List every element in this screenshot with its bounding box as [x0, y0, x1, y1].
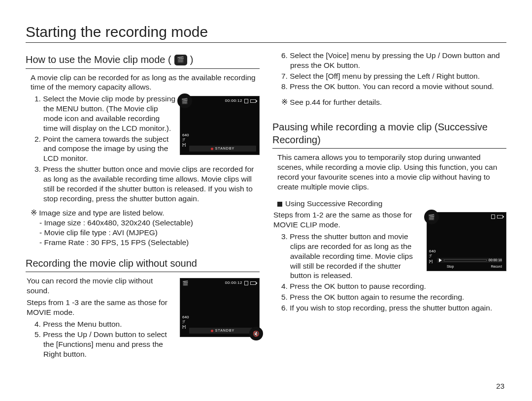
lcd-button-labels: Stop Record — [447, 265, 502, 269]
lcd-screenshot-standby-2: 00:00:12 🎬 640 ℱ [▪] STANDBY 🔇 — [180, 278, 260, 337]
heading-text: How to use the Movie clip mode ( — [26, 54, 171, 66]
battery-icon — [497, 215, 503, 218]
pause-step-4: 4. Press the OK button to pause recordin… — [281, 281, 506, 291]
spec-frame-rate: - Frame Rate : 30 FPS, 15 FPS (Selectabl… — [39, 238, 260, 247]
step-7: 7. Select the [Off] menu by pressing the… — [281, 71, 506, 81]
lcd-left-icons-2: 640 ℱ [▪] — [182, 315, 189, 329]
movie-intro: A movie clip can be recorded for as long… — [31, 73, 260, 93]
spec-note: ※ Image size and type are listed below. — [31, 208, 260, 218]
lcd-f-icon: ℱ — [182, 320, 189, 325]
page-number: 23 — [496, 382, 504, 390]
lcd-bracket-icon: [▪] — [429, 259, 435, 264]
sd-card-icon — [244, 99, 248, 103]
lcd-f-icon: ℱ — [182, 138, 189, 143]
square-bullet-icon — [277, 202, 282, 207]
heading-successive-recording: Pausing while recording a movie clip (Su… — [272, 120, 506, 149]
lcd-left-icons: 640 ℱ [▪] — [182, 133, 189, 147]
step-3: 3. Press the shutter button once and mov… — [34, 164, 260, 203]
lcd-bracket-icon: [▪] — [182, 324, 189, 329]
lcd-screenshot-standby-1: 🎬 00:00:12 640 ℱ [▪] STANDBY — [180, 96, 260, 155]
using-successive: Using Successive Recording — [285, 199, 382, 208]
lcd-top-status: 00:00:12 — [225, 98, 256, 103]
lcd-standby-label: STANDBY — [215, 147, 235, 151]
movie-icon-circled-2: 🎬 — [424, 210, 439, 224]
lcd-stop-label: Stop — [447, 265, 454, 269]
heading-close-paren: ) — [190, 54, 194, 66]
lcd-standby-bar: STANDBY — [189, 146, 256, 152]
left-column: How to use the Movie clip mode ( 🎬 ) A m… — [26, 50, 260, 360]
lcd-screenshot-recording: 🎬 640 ℱ [▪] 00:00:18 Stop Record — [427, 212, 506, 271]
spec-image-size: - Image size : 640x480, 320x240 (Selecta… — [39, 218, 260, 228]
pause-step-6: 6. If you wish to stop recording, press … — [281, 303, 506, 313]
lcd-top-status-2: 00:00:12 — [225, 280, 256, 285]
battery-icon — [250, 281, 256, 285]
lcd-size-label: 640 — [182, 315, 189, 320]
movie-icon: 🎬 — [182, 280, 188, 287]
mute-icon-circled: 🔇 — [249, 327, 263, 340]
sd-card-icon — [491, 215, 495, 219]
pause-icon — [439, 258, 442, 262]
lcd-time-2: 00:00:12 — [225, 280, 242, 285]
spec-file-type: - Movie clip ﬁle type : AVI (MJPEG) — [39, 228, 260, 238]
battery-icon — [250, 99, 256, 103]
sd-card-icon — [244, 281, 248, 285]
lcd-size-label: 640 — [182, 133, 189, 138]
movie-icon-circled: 🎬 — [177, 93, 192, 108]
heading-movie-clip-mode: How to use the Movie clip mode ( 🎬 ) — [26, 53, 260, 69]
nosound-steps-cont: 6. Select the [Voice] menu by pressing t… — [272, 51, 506, 92]
record-dot-icon — [211, 330, 213, 332]
content-columns: How to use the Movie clip mode ( 🎬 ) A m… — [26, 50, 506, 360]
lcd-bracket-icon: [▪] — [182, 142, 189, 147]
pause-intro: This camera allows you to temporarily st… — [277, 153, 506, 191]
lcd-time: 00:00:12 — [225, 98, 242, 103]
lcd-top-status-3 — [491, 215, 503, 219]
lcd-f-icon: ℱ — [429, 254, 435, 259]
pause-step-5: 5. Press the OK button again to resume t… — [281, 292, 506, 302]
lcd-left-icons-3: 640 ℱ [▪] — [429, 249, 435, 263]
lcd-progress-bar: 00:00:18 — [437, 258, 502, 263]
lcd-standby-bar-2: STANDBY — [189, 328, 256, 334]
movie-clip-mode-icon: 🎬 — [174, 55, 187, 65]
record-dot-icon — [211, 148, 213, 150]
lcd-size-label: 640 — [429, 249, 435, 254]
right-column: 6. Select the [Voice] menu by pressing t… — [272, 50, 506, 360]
lcd-standby-label-2: STANDBY — [215, 329, 235, 333]
lcd-record-label: Record — [491, 265, 502, 269]
see-reference: ※ See p.44 for further details. — [281, 97, 506, 107]
progress-track — [444, 259, 487, 261]
step-8: 8. Press the OK button. You can record a… — [281, 82, 506, 92]
page-title: Starting the recording mode — [26, 24, 506, 43]
lcd-elapsed-time: 00:00:18 — [489, 258, 502, 263]
heading-no-sound: Recording the movie clip without sound — [26, 256, 260, 273]
step-6: 6. Select the [Voice] menu by pressing t… — [281, 51, 506, 70]
